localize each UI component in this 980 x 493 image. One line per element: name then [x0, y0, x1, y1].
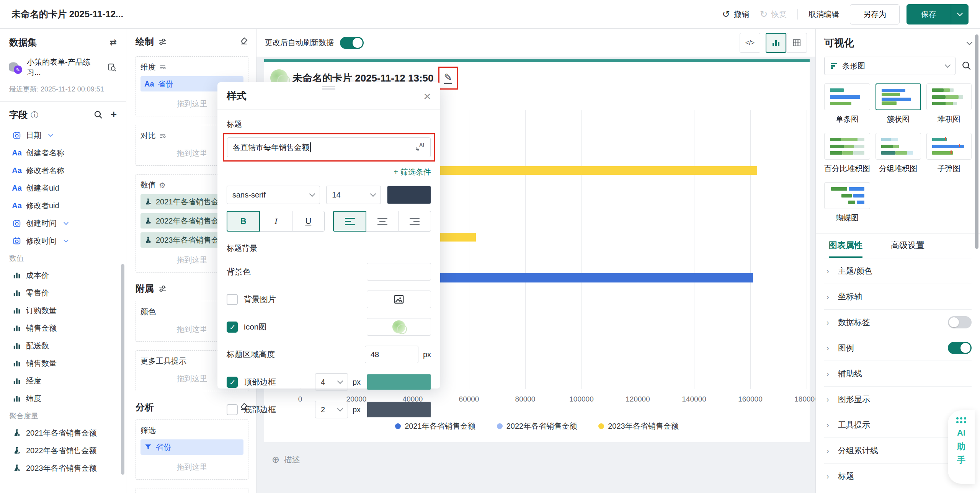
field-row[interactable]: Aa修改者名称 [9, 162, 117, 179]
chevron-down-icon[interactable] [48, 132, 53, 137]
field-row[interactable]: 纬度 [9, 390, 117, 407]
auto-refresh-toggle[interactable] [340, 37, 364, 49]
align-center-button[interactable] [366, 211, 399, 232]
switch-dataset-icon[interactable]: ⇄ [110, 38, 117, 47]
bottom-border-color-swatch[interactable] [367, 402, 431, 418]
preview-dataset-icon[interactable] [108, 63, 117, 72]
ai-generate-icon[interactable]: AI [414, 141, 425, 154]
edit-title-highlight[interactable]: ✎ [438, 67, 458, 90]
section-reference-line[interactable]: ›辅助线 [824, 361, 972, 387]
top-border-color-swatch[interactable] [367, 374, 431, 390]
save-button[interactable]: 保存 [906, 4, 969, 24]
section-data-label[interactable]: ›数据标签 [824, 310, 972, 335]
ai-assistant-button[interactable]: AI 助 手 [948, 410, 975, 484]
chart-subtype-stacked-bar[interactable]: 堆积图 [926, 83, 972, 124]
field-row[interactable]: 零售价 [9, 284, 117, 302]
chart-subtype-grouped-stacked-bar[interactable]: 分组堆积图 [875, 133, 921, 174]
bg-image-picker[interactable] [367, 291, 431, 308]
chart-subtype-single-bar[interactable]: 单条图 [824, 83, 870, 124]
bottom-border-width-select[interactable]: 2 [315, 401, 348, 418]
field-row[interactable]: 日期 [9, 126, 117, 144]
field-row[interactable]: 销售金额 [9, 319, 117, 337]
icon-picker[interactable] [367, 318, 431, 336]
chart-subtype-clustered-bar[interactable]: 簇状图 [875, 83, 921, 124]
field-row[interactable]: Aa创建者uid [9, 179, 117, 197]
tab-advanced-settings[interactable]: 高级设置 [891, 240, 924, 258]
align-right-button[interactable] [399, 211, 431, 232]
underline-button[interactable]: U [292, 211, 325, 232]
icon-checkbox[interactable] [227, 322, 238, 333]
top-border-checkbox[interactable] [227, 377, 238, 388]
clear-draw-icon[interactable] [239, 36, 248, 47]
tab-chart-properties[interactable]: 图表属性 [829, 240, 862, 258]
add-filter-condition-link[interactable]: + 筛选条件 [227, 167, 431, 177]
font-size-select[interactable]: 14 [326, 186, 381, 204]
field-row[interactable]: Aa修改者uid [9, 197, 117, 214]
bold-button[interactable]: B [227, 211, 260, 232]
bar-chart-field-icon [12, 376, 21, 385]
italic-button[interactable]: I [260, 211, 292, 232]
undo-button[interactable]: ↺ 撤销 [722, 9, 749, 20]
field-row[interactable]: 2021年各省销售金额 [9, 424, 117, 442]
gear-icon[interactable]: ⚙ [159, 181, 166, 190]
code-view-button[interactable]: </> [740, 33, 760, 53]
viz-panel-scrollbar[interactable] [975, 34, 978, 249]
field-row[interactable]: 修改时间 [9, 232, 117, 250]
title-input[interactable]: 各直辖市每年销售金额 AI [227, 137, 431, 157]
chart-subtype-bullet[interactable]: 子弹图 [926, 133, 972, 174]
filter-pill-province[interactable]: 省份 [140, 439, 243, 455]
search-fields-icon[interactable] [94, 110, 103, 119]
section-legend[interactable]: ›图例 [824, 335, 972, 361]
legend-item[interactable]: 2023年各省销售金额 [598, 421, 679, 431]
chart-type-select[interactable]: 条形图 [824, 57, 956, 75]
auto-refresh-label: 更改后自动刷新数据 [265, 38, 334, 48]
field-row[interactable]: Aa创建者名称 [9, 144, 117, 162]
bg-image-checkbox[interactable] [227, 294, 238, 305]
redo-button[interactable]: ↻ 恢复 [760, 9, 787, 20]
save-as-button[interactable]: 另存为 [850, 4, 900, 24]
save-dropdown-button[interactable] [951, 4, 969, 24]
data-label-toggle[interactable] [948, 316, 972, 328]
edit-pencil-icon: ✎ [444, 72, 452, 84]
section-theme-color[interactable]: ›主题/颜色 [824, 258, 972, 284]
chart-subtype-butterfly[interactable]: 蝴蝶图 [824, 182, 870, 223]
field-row[interactable]: 经度 [9, 372, 117, 390]
legend-toggle[interactable] [948, 342, 972, 354]
section-card-settings[interactable]: ›卡片设置 [824, 489, 972, 493]
bottom-border-checkbox[interactable] [227, 404, 238, 415]
font-family-select[interactable]: sans-serif [227, 186, 320, 204]
chart-subtype-percent-stacked-bar[interactable]: 百分比堆积图 [824, 133, 870, 174]
fields-scrollbar[interactable] [121, 264, 124, 475]
table-view-button[interactable] [786, 33, 807, 53]
field-row[interactable]: 2022年各省销售金额 [9, 442, 117, 459]
field-row[interactable]: 2023年各省销售金额 [9, 459, 117, 477]
cancel-edit-button[interactable]: 取消编辑 [808, 9, 839, 20]
close-icon[interactable]: × [423, 90, 431, 103]
sort-dropzone[interactable]: 排序⇅ 拖到这里 [136, 488, 248, 493]
top-border-width-select[interactable]: 4 [315, 373, 348, 391]
section-shape-display[interactable]: ›图形显示 [824, 387, 972, 412]
add-field-icon[interactable]: + [111, 110, 117, 119]
filter-dropzone[interactable]: 筛选 省份 拖到这里 [136, 420, 248, 480]
font-color-swatch[interactable] [387, 186, 431, 204]
chevron-down-icon[interactable] [64, 220, 69, 225]
dataset-item[interactable]: ✎ 小策的表单-产品练习... [9, 57, 117, 78]
chart-view-button[interactable] [766, 33, 786, 53]
chevron-right-icon: › [824, 395, 838, 404]
title-height-input[interactable]: 48 [365, 346, 418, 363]
section-axis[interactable]: ›坐标轴 [824, 284, 972, 310]
chevron-down-icon[interactable] [967, 39, 973, 45]
search-chart-type-icon[interactable] [962, 61, 972, 71]
chevron-down-icon[interactable] [64, 238, 69, 243]
align-left-button[interactable] [333, 211, 366, 232]
dialog-drag-handle[interactable] [322, 86, 335, 90]
field-row[interactable]: 成本价 [9, 266, 117, 284]
legend-item[interactable]: 2021年各省销售金额 [395, 421, 475, 431]
bg-color-swatch[interactable] [367, 263, 431, 281]
field-row[interactable]: 配送数 [9, 337, 117, 354]
field-row[interactable]: 创建时间 [9, 214, 117, 232]
field-row[interactable]: 订购数量 [9, 302, 117, 319]
add-description-button[interactable]: ⊕ 描述 [272, 454, 300, 465]
legend-item[interactable]: 2022年各省销售金额 [497, 421, 577, 431]
field-row[interactable]: 销售数量 [9, 354, 117, 372]
